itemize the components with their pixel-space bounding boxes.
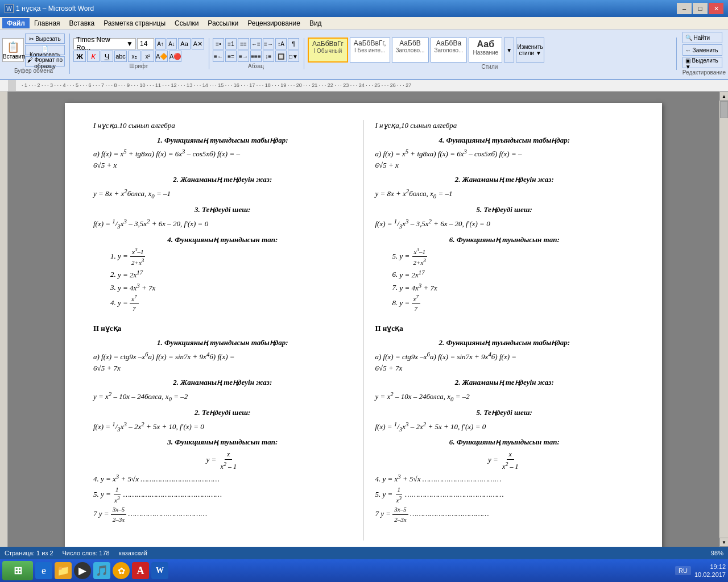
font-group-label: Шрифт: [73, 63, 204, 69]
col2-s2-task6-center: y = xx2 – 1: [375, 449, 634, 472]
menu-insert[interactable]: Вставка: [65, 18, 100, 28]
column-divider: [363, 120, 364, 541]
menu-mailing[interactable]: Рассылки: [203, 18, 243, 28]
col2-title: І нұсқа,10 сынып алгебра: [375, 120, 634, 131]
zoom-level: 98%: [711, 550, 723, 556]
align-right-button[interactable]: ≡→: [238, 51, 249, 62]
col2-s2-task2-heading: 2. Функцияның туындысын табыңдар:: [375, 337, 634, 348]
taskbar: ⊞ e 📁 ▶ 🎵 ✿ A W RU 19:12 10.02.2017: [0, 559, 728, 582]
format-paint-button[interactable]: 🖌 Формат по образцу: [25, 56, 65, 66]
scroll-up-arrow[interactable]: ▲: [719, 92, 728, 101]
align-center-button[interactable]: ≡=: [225, 51, 237, 62]
justify-button[interactable]: ≡≡≡: [250, 51, 262, 62]
font-grow-button[interactable]: A↑: [155, 38, 166, 49]
pilcrow-button[interactable]: ¶: [288, 38, 299, 49]
indent-decrease-button[interactable]: ←≡: [250, 38, 262, 49]
subscript-button[interactable]: x₂: [128, 51, 140, 62]
col1-task3: f(x) = 1/3x3 – 3,5x2 + 6x – 20, f′(x) = …: [93, 216, 352, 230]
style-nospace-button[interactable]: АаБбВвГг, Ι Без инте...: [350, 38, 390, 63]
menu-refs[interactable]: Ссылки: [170, 18, 203, 28]
taskbar-a-icon[interactable]: A: [132, 562, 149, 579]
strikethrough-button[interactable]: abc: [114, 51, 127, 62]
column-1: І нұсқа.10 сынып алгебра 1. Функцияның т…: [93, 120, 352, 541]
style-normal-button[interactable]: АаБбВвГг I Обычный: [308, 38, 348, 63]
document-main[interactable]: І нұсқа.10 сынып алгебра 1. Функцияның т…: [8, 92, 719, 547]
align-left-button[interactable]: ≡←: [213, 51, 224, 62]
font-color-button[interactable]: А🔴: [169, 51, 181, 62]
title-bar-controls: – □ ✕: [677, 3, 723, 14]
taskbar-winamp-icon[interactable]: 🎵: [93, 562, 110, 579]
col1-title: І нұсқа.10 сынып алгебра: [93, 120, 352, 131]
taskbar-ie-icon[interactable]: e: [35, 562, 52, 579]
style-heading1-button[interactable]: АаБбВ Заголово...: [392, 38, 429, 63]
col1-s2-task4-heading: 3. Функцияның туындысын тап:: [93, 436, 352, 448]
menu-layout[interactable]: Разметка страницы: [99, 18, 170, 28]
col1-task4-2: 2. y = 2x17: [110, 267, 352, 280]
right-scrollbar[interactable]: ▲ ▼: [719, 92, 728, 547]
start-button[interactable]: ⊞: [2, 561, 33, 580]
font-name-input[interactable]: Times New Ro... ▼: [73, 38, 136, 49]
highlight-button[interactable]: А🔶: [155, 51, 168, 62]
line-spacing-button[interactable]: ↕≡: [263, 51, 274, 62]
col2-s2-task5: f(x) = 1/3x3 – 2x2 + 5x + 10, f′(x) = 0: [375, 419, 634, 433]
styles-more-button[interactable]: ▼: [504, 38, 514, 63]
list-number-button[interactable]: ≡1: [225, 38, 237, 49]
col2-s2-item5: 5. y = 1x3 ………………………………………: [375, 485, 634, 505]
taskbar-word-icon[interactable]: W: [151, 562, 168, 579]
col1-s2-task4-center: y = xx2 – 1: [93, 449, 352, 472]
scroll-down-arrow[interactable]: ▼: [719, 538, 728, 547]
col2-s2-task2b: 6√5 + 7x: [375, 363, 634, 374]
bold-button[interactable]: Ж: [73, 51, 86, 62]
cut-button[interactable]: ✂ Вырезать: [25, 34, 65, 44]
clipboard-label: Буфер обмена: [14, 68, 53, 74]
list-multilevel-button[interactable]: ≡≡: [238, 38, 249, 49]
indent-increase-button[interactable]: ≡→: [263, 38, 274, 49]
find-button[interactable]: 🔍 Найти: [682, 32, 722, 43]
underline-button[interactable]: Ч: [101, 51, 113, 62]
list-bullet-button[interactable]: ≡•: [213, 38, 224, 49]
replace-button[interactable]: ↔ Заменить: [682, 44, 722, 56]
title-bar: W 1 нұсқа – Microsoft Word – □ ✕: [0, 0, 728, 17]
col2-s2-item7: 7 y = 3x–52–3x ………………………………: [375, 505, 634, 524]
col1-task4-1: 1. y = x3–12+x3: [110, 246, 352, 267]
shading-button[interactable]: 🔲: [275, 51, 287, 62]
col1-task3-heading: 3. Теңдеуді шеш:: [93, 204, 352, 215]
title-bar-left: W 1 нұсқа – Microsoft Word: [5, 4, 94, 13]
col2-s2-item4: 4. y = x3 + 5√x ………………………………: [375, 472, 634, 485]
menu-file[interactable]: Файл: [2, 18, 30, 28]
italic-button[interactable]: К: [87, 51, 100, 62]
border-button[interactable]: □▼: [288, 51, 299, 62]
font-shrink-button[interactable]: A↓: [167, 38, 177, 49]
status-bar: Страница: 1 из 2 Число слов: 178 казахск…: [0, 547, 728, 559]
maximize-button[interactable]: □: [693, 3, 708, 14]
taskbar-lang[interactable]: RU: [675, 566, 691, 575]
col2-task4-heading: 4. Функцияның туындысын табыңдар:: [375, 135, 634, 146]
styles-group-label: Стили: [308, 64, 672, 70]
menu-view[interactable]: Вид: [305, 18, 326, 28]
style-title-button[interactable]: Ааб Название: [469, 38, 502, 63]
paste-button[interactable]: 📋 Вставить: [2, 38, 24, 62]
font-size-input[interactable]: 14: [137, 38, 154, 49]
copy-button[interactable]: 📄 Копировать: [25, 45, 65, 55]
col2-s2-task2c: y = x2 – 10x – 24болса, x0 = –2: [375, 389, 634, 404]
editing-group-label: Редактирование: [682, 69, 726, 76]
taskbar-right: RU 19:12 10.02.2017: [675, 563, 726, 579]
taskbar-ok-icon[interactable]: ✿: [113, 562, 130, 579]
superscript-button[interactable]: x²: [142, 51, 154, 62]
scroll-thumb[interactable]: [720, 101, 728, 118]
scroll-track[interactable]: [719, 101, 728, 538]
sort-button[interactable]: ↕A: [275, 38, 287, 49]
taskbar-folder-icon[interactable]: 📁: [55, 562, 72, 579]
select-button[interactable]: ▣ Выделить ▼: [682, 57, 722, 68]
taskbar-media-icon[interactable]: ▶: [74, 562, 91, 579]
style-heading2-button[interactable]: АаБбВа Заголово...: [431, 38, 468, 63]
minimize-button[interactable]: –: [677, 3, 692, 14]
close-button[interactable]: ✕: [709, 3, 723, 14]
change-styles-button[interactable]: Изменить стили ▼: [516, 38, 544, 63]
menu-review[interactable]: Рецензирование: [243, 18, 305, 28]
font-clear-button[interactable]: A✕: [192, 38, 204, 49]
column-2: І нұсқа,10 сынып алгебра 4. Функцияның т…: [375, 120, 634, 541]
menu-home[interactable]: Главная: [30, 18, 65, 28]
main-layout: W 1 нұсқа – Microsoft Word – □ ✕ Файл Гл…: [0, 0, 728, 582]
font-case-button[interactable]: Аа: [178, 38, 191, 49]
